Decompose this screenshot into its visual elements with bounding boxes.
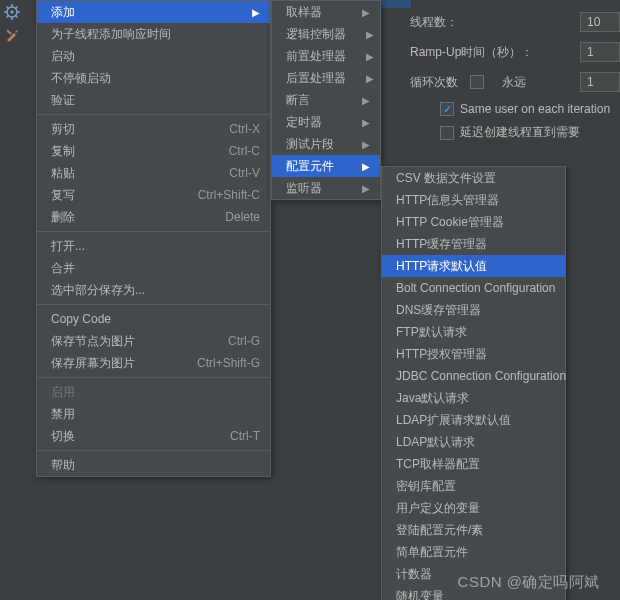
menu-item-label: HTTP Cookie管理器	[396, 214, 504, 231]
add-submenu-item[interactable]: 测试片段▶	[272, 133, 380, 155]
add-submenu-item[interactable]: 配置元件▶	[272, 155, 380, 177]
menu-item-label: 为子线程添加响应时间	[51, 26, 171, 43]
menu-item-label: 启用	[51, 384, 75, 401]
add-submenu-item[interactable]: 断言▶	[272, 89, 380, 111]
config-submenu-item[interactable]: Java默认请求	[382, 387, 565, 409]
context-menu-item[interactable]: 复写Ctrl+Shift-C	[37, 184, 270, 206]
menu-item-label: LDAP扩展请求默认值	[396, 412, 511, 429]
menu-item-label: HTTP授权管理器	[396, 346, 487, 363]
config-submenu-item[interactable]: 用户定义的变量	[382, 497, 565, 519]
menu-separator	[37, 450, 270, 451]
rampup-input[interactable]	[580, 42, 620, 62]
menu-shortcut: Ctrl-C	[229, 144, 260, 158]
chevron-right-icon: ▶	[362, 95, 370, 106]
context-menu-item[interactable]: 切换Ctrl-T	[37, 425, 270, 447]
context-menu-item[interactable]: 粘贴Ctrl-V	[37, 162, 270, 184]
context-menu-item[interactable]: 剪切Ctrl-X	[37, 118, 270, 140]
menu-item-label: HTTP信息头管理器	[396, 192, 499, 209]
menu-item-label: 切换	[51, 428, 75, 445]
threads-input[interactable]	[580, 12, 620, 32]
context-menu-item[interactable]: 删除Delete	[37, 206, 270, 228]
menu-item-label: Java默认请求	[396, 390, 469, 407]
svg-line-8	[7, 16, 9, 18]
context-menu-item[interactable]: 添加▶	[37, 1, 270, 23]
context-menu-item[interactable]: 合并	[37, 257, 270, 279]
context-menu-item[interactable]: 验证	[37, 89, 270, 111]
add-submenu-item[interactable]: 取样器▶	[272, 1, 380, 23]
menu-shortcut: Ctrl-T	[230, 429, 260, 443]
same-user-label: Same user on each iteration	[460, 102, 610, 116]
context-menu-item[interactable]: 不停顿启动	[37, 67, 270, 89]
rampup-label: Ramp-Up时间（秒）：	[410, 44, 533, 61]
config-submenu-item[interactable]: LDAP默认请求	[382, 431, 565, 453]
loop-input[interactable]	[580, 72, 620, 92]
gear-icon[interactable]	[4, 4, 20, 23]
menu-item-label: 选中部分保存为...	[51, 282, 145, 299]
context-menu-item[interactable]: 保存屏幕为图片Ctrl+Shift-G	[37, 352, 270, 374]
menu-item-label: 取样器	[286, 4, 322, 21]
context-menu-item[interactable]: 禁用	[37, 403, 270, 425]
same-user-checkbox[interactable]	[440, 102, 454, 116]
left-toolbar	[4, 4, 20, 46]
menu-separator	[37, 304, 270, 305]
config-submenu-item[interactable]: HTTP缓存管理器	[382, 233, 565, 255]
menu-item-label: 监听器	[286, 180, 322, 197]
menu-item-label: HTTP缓存管理器	[396, 236, 487, 253]
context-menu-item[interactable]: 复制Ctrl-C	[37, 140, 270, 162]
config-submenu-item[interactable]: HTTP授权管理器	[382, 343, 565, 365]
context-menu: 添加▶为子线程添加响应时间启动不停顿启动验证剪切Ctrl-X复制Ctrl-C粘贴…	[36, 0, 271, 477]
tools-icon[interactable]	[4, 27, 20, 46]
menu-item-label: 添加	[51, 4, 75, 21]
context-menu-item[interactable]: 帮助	[37, 454, 270, 476]
context-menu-item[interactable]: 启用	[37, 381, 270, 403]
config-submenu-item[interactable]: HTTP Cookie管理器	[382, 211, 565, 233]
chevron-right-icon: ▶	[362, 183, 370, 194]
forever-checkbox[interactable]	[470, 75, 484, 89]
config-submenu-item[interactable]: HTTP请求默认值	[382, 255, 565, 277]
chevron-right-icon: ▶	[252, 7, 260, 18]
context-menu-item[interactable]: 打开...	[37, 235, 270, 257]
config-submenu-item[interactable]: HTTP信息头管理器	[382, 189, 565, 211]
context-menu-item[interactable]: 启动	[37, 45, 270, 67]
delay-create-checkbox[interactable]	[440, 126, 454, 140]
context-menu-item[interactable]: 选中部分保存为...	[37, 279, 270, 301]
config-submenu-item[interactable]: DNS缓存管理器	[382, 299, 565, 321]
menu-item-label: 合并	[51, 260, 75, 277]
config-submenu-item[interactable]: FTP默认请求	[382, 321, 565, 343]
config-submenu-item[interactable]: 登陆配置元件/素	[382, 519, 565, 541]
menu-separator	[37, 377, 270, 378]
menu-item-label: 保存节点为图片	[51, 333, 135, 350]
menu-item-label: 复制	[51, 143, 75, 160]
menu-separator	[37, 231, 270, 232]
add-submenu-item[interactable]: 逻辑控制器▶	[272, 23, 380, 45]
menu-item-label: 测试片段	[286, 136, 334, 153]
add-submenu-item[interactable]: 后置处理器▶	[272, 67, 380, 89]
svg-line-10	[7, 30, 11, 34]
add-submenu-item[interactable]: 监听器▶	[272, 177, 380, 199]
menu-item-label: HTTP请求默认值	[396, 258, 487, 275]
chevron-right-icon: ▶	[366, 29, 374, 40]
watermark: CSDN @确定吗阿斌	[458, 573, 600, 592]
add-submenu-item[interactable]: 定时器▶	[272, 111, 380, 133]
menu-item-label: 复写	[51, 187, 75, 204]
add-submenu-item[interactable]: 前置处理器▶	[272, 45, 380, 67]
menu-item-label: LDAP默认请求	[396, 434, 475, 451]
menu-item-label: 配置元件	[286, 158, 334, 175]
chevron-right-icon: ▶	[362, 7, 370, 18]
config-submenu-item[interactable]: CSV 数据文件设置	[382, 167, 565, 189]
menu-item-label: 粘贴	[51, 165, 75, 182]
config-submenu-item[interactable]: JDBC Connection Configuration	[382, 365, 565, 387]
config-submenu-item[interactable]: LDAP扩展请求默认值	[382, 409, 565, 431]
config-submenu-item[interactable]: Bolt Connection Configuration	[382, 277, 565, 299]
context-menu-item[interactable]: Copy Code	[37, 308, 270, 330]
menu-item-label: 打开...	[51, 238, 85, 255]
context-menu-item[interactable]: 为子线程添加响应时间	[37, 23, 270, 45]
config-submenu-item[interactable]: 简单配置元件	[382, 541, 565, 563]
config-submenu-item[interactable]: 密钥库配置	[382, 475, 565, 497]
menu-item-label: 逻辑控制器	[286, 26, 346, 43]
svg-line-7	[16, 16, 18, 18]
forever-label: 永远	[502, 74, 526, 91]
add-submenu: 取样器▶逻辑控制器▶前置处理器▶后置处理器▶断言▶定时器▶测试片段▶配置元件▶监…	[271, 0, 381, 200]
context-menu-item[interactable]: 保存节点为图片Ctrl-G	[37, 330, 270, 352]
config-submenu-item[interactable]: TCP取样器配置	[382, 453, 565, 475]
